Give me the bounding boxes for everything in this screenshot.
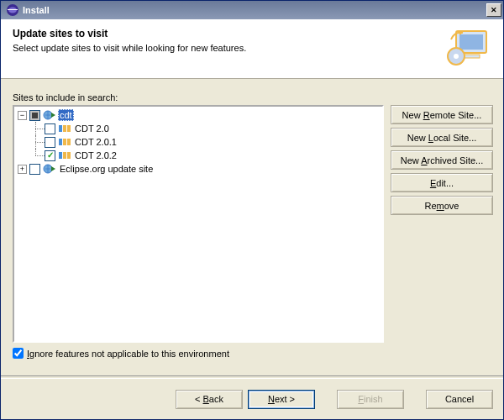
svg-rect-2 <box>8 9 18 10</box>
sites-tree[interactable]: − cdt CDT 2.0 <box>13 105 384 343</box>
eclipse-app-icon <box>6 3 19 17</box>
edit-button[interactable]: Edit... <box>391 173 493 192</box>
tree-item-cdt202[interactable]: CDT 2.0.2 <box>16 149 381 162</box>
feature-icon <box>58 135 71 149</box>
cancel-button[interactable]: Cancel <box>426 390 493 409</box>
globe-arrow-icon <box>43 108 56 122</box>
svg-rect-13 <box>63 139 66 145</box>
svg-rect-14 <box>67 139 71 145</box>
tree-item-cdt201[interactable]: CDT 2.0.1 <box>16 135 381 149</box>
page-title: Update sites to visit <box>13 28 436 39</box>
new-archived-site-button[interactable]: New Archived Site... <box>391 150 493 170</box>
ignore-row: Ignore features not applicable to this e… <box>13 348 493 359</box>
ignore-checkbox[interactable] <box>13 348 24 359</box>
expand-icon[interactable]: + <box>18 165 27 174</box>
tree-item-eclipse[interactable]: + Eclipse.org update site <box>16 162 381 176</box>
checkbox-eclipse[interactable] <box>29 164 40 175</box>
svg-rect-16 <box>63 152 66 159</box>
tree-label: CDT 2.0.1 <box>73 136 118 148</box>
feature-icon <box>58 149 71 162</box>
checkbox-cdt20[interactable] <box>45 123 55 134</box>
tree-label: Eclipse.org update site <box>58 163 155 175</box>
tree-label: CDT 2.0 <box>73 123 111 134</box>
checkbox-cdt202[interactable] <box>45 150 55 161</box>
svg-rect-11 <box>67 125 71 132</box>
close-button[interactable]: ✕ <box>486 3 501 17</box>
ignore-label[interactable]: Ignore features not applicable to this e… <box>27 349 229 359</box>
site-buttons-column: New Remote Site... New Local Site... New… <box>391 105 493 343</box>
titlebar[interactable]: Install ✕ <box>1 1 503 19</box>
tree-label: cdt <box>58 109 74 121</box>
collapse-icon[interactable]: − <box>18 111 27 120</box>
tree-label: CDT 2.0.2 <box>73 150 118 161</box>
wizard-footer: < Back Next > Finish Cancel <box>1 379 503 419</box>
wizard-header: Update sites to visit Select update site… <box>1 19 503 79</box>
svg-rect-15 <box>59 152 62 159</box>
checkbox-cdt201[interactable] <box>45 137 55 148</box>
finish-button: Finish <box>337 390 404 409</box>
wizard-body: Sites to include in search: − cdt <box>1 79 503 365</box>
next-button[interactable]: Next > <box>248 390 315 409</box>
svg-rect-4 <box>459 34 483 50</box>
page-subtitle: Select update sites to visit while looki… <box>13 43 436 53</box>
globe-arrow-icon <box>43 162 56 176</box>
svg-rect-10 <box>63 125 66 132</box>
sites-label: Sites to include in search: <box>13 92 493 102</box>
back-button[interactable]: < Back <box>176 390 243 409</box>
svg-rect-12 <box>59 139 62 145</box>
tree-item-cdt[interactable]: − cdt <box>16 108 381 122</box>
window-title: Install <box>23 5 486 15</box>
remove-button[interactable]: Remove <box>391 196 493 215</box>
svg-rect-17 <box>67 152 71 159</box>
install-wizard-window: Install ✕ Update sites to visit Select u… <box>0 0 504 420</box>
tree-item-cdt20[interactable]: CDT 2.0 <box>16 122 381 135</box>
new-local-site-button[interactable]: New Local Site... <box>391 128 493 147</box>
feature-icon <box>58 122 71 135</box>
new-remote-site-button[interactable]: New Remote Site... <box>391 105 493 124</box>
svg-rect-9 <box>59 125 62 132</box>
checkbox-cdt[interactable] <box>29 110 40 121</box>
update-wizard-icon <box>444 28 491 66</box>
svg-point-7 <box>454 54 459 59</box>
